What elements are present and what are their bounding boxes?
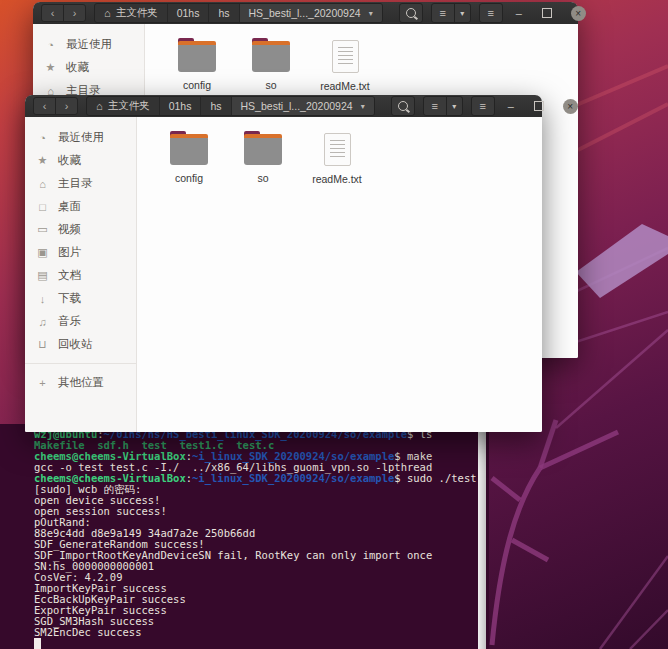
- sidebar-item-label: 收藏: [66, 60, 89, 75]
- video-icon: ▭: [36, 223, 49, 236]
- sidebar-item-image[interactable]: ▣图片: [25, 241, 136, 264]
- breadcrumb-segment[interactable]: 01hs: [167, 4, 209, 22]
- back-icon: ‹: [51, 7, 55, 19]
- sidebar-item-download[interactable]: ↓下载: [25, 287, 136, 310]
- terminal-text: $ sudo ./test: [394, 472, 476, 484]
- breadcrumb-label: hs: [210, 100, 221, 112]
- sidebar-item-label: 音乐: [58, 314, 81, 329]
- terminal-scrollbar[interactable]: [478, 424, 486, 649]
- menu-button[interactable]: ≡: [479, 3, 503, 23]
- view-options-button[interactable]: ▾: [446, 96, 463, 116]
- file-label: readMe.txt: [312, 173, 362, 185]
- forward-icon: ›: [65, 100, 69, 112]
- sidebar-item-recent[interactable]: ◔最近使用: [33, 33, 144, 56]
- file-item[interactable]: config: [153, 129, 225, 184]
- file-list-area[interactable]: configsoreadMe.txt: [137, 117, 542, 432]
- breadcrumb-segment[interactable]: HS_besti_l..._20200924▾: [231, 97, 374, 115]
- forward-button[interactable]: ›: [55, 97, 78, 115]
- minimize-button[interactable]: –: [516, 7, 522, 19]
- view-list-button[interactable]: ≡: [423, 96, 447, 116]
- text-file-icon: [332, 40, 359, 73]
- file-manager-window-front[interactable]: ‹ › ⌂主文件夹01hshsHS_besti_l..._20200924▾ ≡…: [25, 95, 542, 432]
- plus-icon: +: [36, 377, 49, 389]
- terminal-line: open session success!: [34, 506, 473, 517]
- sidebar-item-label: 其他位置: [58, 375, 104, 390]
- chevron-down-icon: ▾: [369, 9, 373, 18]
- chevron-down-icon: ▾: [452, 102, 456, 111]
- forward-button[interactable]: ›: [63, 4, 86, 22]
- back-icon: ‹: [43, 100, 47, 112]
- hamburger-icon: ≡: [479, 100, 485, 112]
- breadcrumb-label: HS_besti_l..._20200924: [249, 7, 361, 19]
- terminal-output: wzj@ubuntu:~/01hs/hs/HS_besti_linux_SDK_…: [0, 424, 489, 649]
- sidebar-item-label: 图片: [58, 245, 81, 260]
- breadcrumb-segment[interactable]: HS_besti_l..._20200924▾: [239, 4, 382, 22]
- breadcrumb: ⌂主文件夹01hshsHS_besti_l..._20200924▾: [86, 96, 375, 116]
- sidebar: ◔最近使用★收藏⌂主目录□桌面▭视频▣图片▤文档↓下载♫音乐⊔回收站 +其他位置: [25, 117, 137, 432]
- sidebar-item-desktop[interactable]: □桌面: [25, 195, 136, 218]
- sidebar-item-document[interactable]: ▤文档: [25, 264, 136, 287]
- search-button[interactable]: [391, 96, 415, 116]
- breadcrumb-label: hs: [218, 7, 229, 19]
- search-icon: [398, 101, 408, 111]
- view-list-icon: ≡: [431, 100, 437, 112]
- breadcrumb-segment[interactable]: ⌂主文件夹: [95, 4, 167, 22]
- breadcrumb-label: 01hs: [169, 100, 192, 112]
- maximize-button[interactable]: [534, 101, 544, 111]
- breadcrumb-segment[interactable]: hs: [200, 97, 230, 115]
- file-label: config: [183, 79, 211, 91]
- sidebar-item-label: 主目录: [58, 176, 93, 191]
- breadcrumb: ⌂主文件夹01hshsHS_besti_l..._20200924▾: [94, 3, 383, 23]
- sidebar-item-home[interactable]: ⌂主目录: [25, 172, 136, 195]
- sidebar-item-label: 最近使用: [58, 130, 104, 145]
- view-options-button[interactable]: ▾: [454, 3, 471, 23]
- breadcrumb-label: 01hs: [177, 7, 200, 19]
- sidebar-item-music[interactable]: ♫音乐: [25, 310, 136, 333]
- star-icon: ★: [44, 61, 57, 74]
- file-item[interactable]: readMe.txt: [301, 129, 373, 185]
- file-item[interactable]: so: [235, 36, 307, 91]
- titlebar[interactable]: ‹ › ⌂主文件夹01hshsHS_besti_l..._20200924▾ ≡…: [25, 95, 542, 117]
- file-label: config: [175, 172, 203, 184]
- close-icon: ×: [567, 101, 573, 112]
- breadcrumb-segment[interactable]: ⌂主文件夹: [87, 97, 159, 115]
- back-button[interactable]: ‹: [33, 97, 56, 115]
- home-icon: ⌂: [104, 7, 111, 19]
- breadcrumb-label: 主文件夹: [116, 6, 158, 20]
- chevron-down-icon: ▾: [460, 9, 464, 18]
- sidebar-item-label: 视频: [58, 222, 81, 237]
- search-button[interactable]: [399, 3, 423, 23]
- sidebar-item-label: 下载: [58, 291, 81, 306]
- sidebar-item-video[interactable]: ▭视频: [25, 218, 136, 241]
- maximize-button[interactable]: [542, 8, 552, 18]
- sidebar-item-label: 桌面: [58, 199, 81, 214]
- close-button[interactable]: ×: [571, 6, 586, 21]
- breadcrumb-segment[interactable]: hs: [208, 4, 238, 22]
- breadcrumb-segment[interactable]: 01hs: [159, 97, 201, 115]
- view-list-button[interactable]: ≡: [431, 3, 455, 23]
- file-label: so: [265, 79, 276, 91]
- forward-icon: ›: [73, 7, 77, 19]
- sidebar-item-star[interactable]: ★收藏: [33, 56, 144, 79]
- sidebar-item-star[interactable]: ★收藏: [25, 149, 136, 172]
- minimize-button[interactable]: –: [508, 100, 514, 112]
- text-file-icon: [324, 133, 351, 166]
- file-item[interactable]: readMe.txt: [309, 36, 381, 92]
- breadcrumb-label: 主文件夹: [108, 99, 150, 113]
- recent-icon: ◔: [36, 132, 49, 144]
- terminal-window[interactable]: wzj@ubuntu:~/01hs/hs/HS_besti_linux_SDK_…: [0, 424, 489, 649]
- recent-icon: ◔: [44, 39, 57, 51]
- sidebar-item-recent[interactable]: ◔最近使用: [25, 126, 136, 149]
- download-icon: ↓: [36, 293, 49, 305]
- chevron-down-icon: ▾: [361, 102, 365, 111]
- menu-button[interactable]: ≡: [471, 96, 495, 116]
- folder-icon: [178, 43, 216, 72]
- back-button[interactable]: ‹: [41, 4, 64, 22]
- file-item[interactable]: config: [161, 36, 233, 91]
- file-label: readMe.txt: [320, 80, 370, 92]
- file-item[interactable]: so: [227, 129, 299, 184]
- titlebar[interactable]: ‹ › ⌂主文件夹01hshsHS_besti_l..._20200924▾ ≡…: [33, 2, 578, 24]
- close-button[interactable]: ×: [563, 99, 578, 114]
- sidebar-item-plus[interactable]: +其他位置: [25, 371, 136, 394]
- sidebar-item-trash[interactable]: ⊔回收站: [25, 333, 136, 356]
